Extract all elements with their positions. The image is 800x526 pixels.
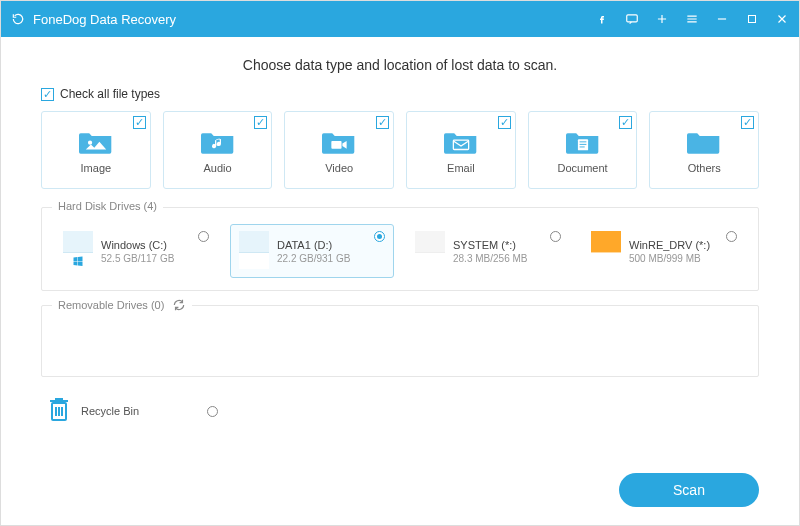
- maximize-icon[interactable]: [745, 12, 759, 26]
- app-logo-icon: [11, 12, 25, 26]
- drive-icon: [415, 231, 445, 269]
- type-card-document[interactable]: Document: [528, 111, 638, 189]
- document-icon: [565, 126, 601, 156]
- scan-button[interactable]: Scan: [619, 473, 759, 507]
- recycle-bin-icon: [47, 395, 71, 427]
- recycle-bin-row[interactable]: Recycle Bin: [41, 391, 759, 427]
- type-checkbox[interactable]: [741, 116, 754, 129]
- drive-radio[interactable]: [726, 231, 737, 242]
- svg-rect-0: [627, 15, 638, 22]
- drive-icon: [63, 231, 93, 269]
- type-card-others[interactable]: Others: [649, 111, 759, 189]
- others-icon: [686, 126, 722, 156]
- page-heading: Choose data type and location of lost da…: [41, 57, 759, 73]
- svg-point-2: [88, 141, 92, 145]
- refresh-icon[interactable]: [172, 298, 186, 312]
- drive-size: 28.3 MB/256 MB: [453, 253, 527, 264]
- drive-name: SYSTEM (*:): [453, 239, 527, 251]
- svg-rect-1: [749, 16, 756, 23]
- drive-size: 52.5 GB/117 GB: [101, 253, 174, 264]
- removable-legend: Removable Drives (0): [52, 298, 192, 312]
- type-card-image[interactable]: Image: [41, 111, 151, 189]
- video-icon: [321, 126, 357, 156]
- menu-icon[interactable]: [685, 12, 699, 26]
- svg-rect-3: [332, 141, 342, 149]
- check-all-checkbox[interactable]: [41, 88, 54, 101]
- type-label: Others: [688, 162, 721, 174]
- titlebar: FoneDog Data Recovery: [1, 1, 799, 37]
- type-label: Email: [447, 162, 475, 174]
- facebook-icon[interactable]: [595, 12, 609, 26]
- svg-rect-5: [577, 139, 587, 150]
- type-label: Audio: [203, 162, 231, 174]
- check-all-label: Check all file types: [60, 87, 160, 101]
- drive-winre[interactable]: WinRE_DRV (*:) 500 MB/999 MB: [582, 224, 746, 278]
- drive-windows-c[interactable]: Windows (C:) 52.5 GB/117 GB: [54, 224, 218, 278]
- hard-disk-drives-row: Windows (C:) 52.5 GB/117 GB DATA1 (D:) 2…: [54, 224, 746, 278]
- drive-name: DATA1 (D:): [277, 239, 350, 251]
- drive-size: 22.2 GB/931 GB: [277, 253, 350, 264]
- audio-icon: [200, 126, 236, 156]
- plus-icon[interactable]: [655, 12, 669, 26]
- titlebar-left: FoneDog Data Recovery: [11, 12, 176, 27]
- email-icon: [443, 126, 479, 156]
- hard-disk-legend: Hard Disk Drives (4): [52, 200, 163, 212]
- close-icon[interactable]: [775, 12, 789, 26]
- drive-radio[interactable]: [198, 231, 209, 242]
- recycle-radio[interactable]: [207, 406, 218, 417]
- drive-data1-d[interactable]: DATA1 (D:) 22.2 GB/931 GB: [230, 224, 394, 278]
- type-label: Image: [81, 162, 112, 174]
- drive-system[interactable]: SYSTEM (*:) 28.3 MB/256 MB: [406, 224, 570, 278]
- type-label: Document: [557, 162, 607, 174]
- type-label: Video: [325, 162, 353, 174]
- check-all-row[interactable]: Check all file types: [41, 87, 759, 101]
- drive-radio[interactable]: [550, 231, 561, 242]
- hard-disk-group: Hard Disk Drives (4) Windows (C:) 52.5 G…: [41, 207, 759, 291]
- type-checkbox[interactable]: [619, 116, 632, 129]
- removable-drives-group: Removable Drives (0): [41, 305, 759, 377]
- type-checkbox[interactable]: [376, 116, 389, 129]
- drive-name: WinRE_DRV (*:): [629, 239, 710, 251]
- type-checkbox[interactable]: [133, 116, 146, 129]
- file-types-row: Image Audio Video: [41, 111, 759, 189]
- drive-icon: [239, 231, 269, 269]
- app-window: FoneDog Data Recovery Choose data type a…: [0, 0, 800, 526]
- feedback-icon[interactable]: [625, 12, 639, 26]
- drive-size: 500 MB/999 MB: [629, 253, 710, 264]
- recycle-bin-label: Recycle Bin: [81, 405, 139, 417]
- minimize-icon[interactable]: [715, 12, 729, 26]
- drive-icon: [591, 231, 621, 269]
- drive-name: Windows (C:): [101, 239, 174, 251]
- type-card-video[interactable]: Video: [284, 111, 394, 189]
- drive-radio[interactable]: [374, 231, 385, 242]
- type-card-audio[interactable]: Audio: [163, 111, 273, 189]
- content-area: Choose data type and location of lost da…: [1, 37, 799, 525]
- titlebar-controls: [595, 12, 789, 26]
- image-icon: [78, 126, 114, 156]
- type-checkbox[interactable]: [254, 116, 267, 129]
- app-title: FoneDog Data Recovery: [33, 12, 176, 27]
- type-checkbox[interactable]: [498, 116, 511, 129]
- type-card-email[interactable]: Email: [406, 111, 516, 189]
